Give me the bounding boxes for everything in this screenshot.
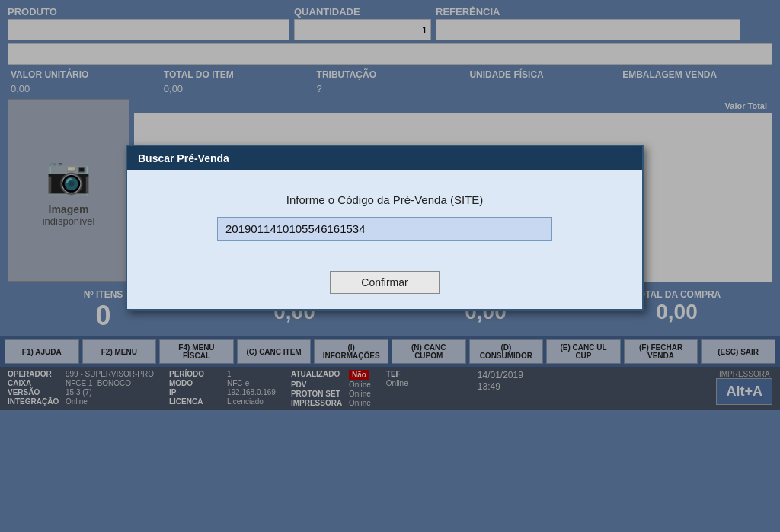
- buscar-pre-venda-modal: Buscar Pré-Venda Informe o Código da Pré…: [126, 145, 644, 311]
- pre-venda-code-input[interactable]: [217, 217, 552, 241]
- modal-prompt: Informe o Código da Pré-Venda (SITE): [286, 193, 483, 206]
- modal-footer: Confirmar: [127, 263, 642, 309]
- modal-body: Informe o Código da Pré-Venda (SITE): [127, 170, 642, 263]
- modal-header: Buscar Pré-Venda: [127, 146, 642, 170]
- confirmar-button[interactable]: Confirmar: [330, 271, 439, 294]
- modal-overlay: Buscar Pré-Venda Informe o Código da Pré…: [0, 0, 780, 532]
